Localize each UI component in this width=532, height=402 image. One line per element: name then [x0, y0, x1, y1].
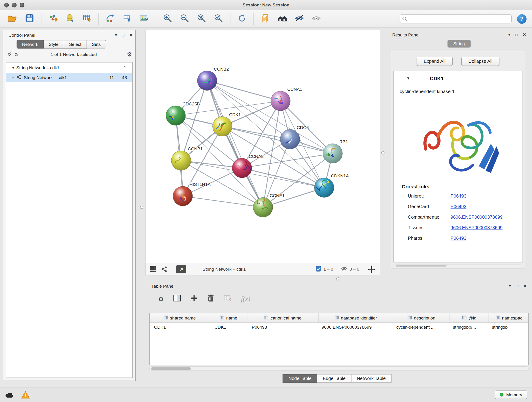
save-session-button[interactable] [23, 12, 36, 26]
network-edge-CCNB2-CCNE1[interactable] [207, 81, 263, 207]
zoom-in-button[interactable] [161, 12, 174, 26]
network-node-CCNB2[interactable] [197, 71, 217, 90]
zoom-out-button[interactable] [178, 12, 191, 26]
column-header-namespace[interactable]: namespac [489, 313, 529, 322]
network-node-RB1[interactable] [323, 144, 342, 163]
warning-icon[interactable] [21, 391, 30, 399]
scrollbar-thumb[interactable] [396, 265, 447, 267]
network-node-CDC25B[interactable] [166, 106, 186, 125]
search-input[interactable] [399, 14, 512, 23]
network-edge-HIST1H1A-CCNE1[interactable] [183, 196, 263, 207]
panel-float-icon[interactable]: □ [516, 284, 518, 288]
panel-close-icon[interactable]: × [129, 32, 133, 38]
hidden-eye-slash-icon[interactable] [341, 266, 348, 272]
column-header-name[interactable]: name [210, 313, 247, 322]
column-header-canonical-name[interactable]: canonical name [247, 313, 319, 322]
column-header-description[interactable]: description [393, 313, 450, 322]
panel-close-icon[interactable]: × [523, 32, 526, 37]
grid-view-icon[interactable] [150, 266, 157, 273]
network-edge-CCNA2-CDKN1A[interactable] [242, 168, 324, 188]
gene-section-header[interactable]: ▼ CDK1 [394, 71, 523, 85]
tree-expand-icon[interactable]: ▼ [9, 66, 16, 70]
panel-float-icon[interactable]: □ [515, 33, 518, 36]
splitter-handle-left[interactable] [140, 206, 143, 209]
open-session-button[interactable] [6, 12, 19, 26]
memory-button[interactable]: Memory [495, 390, 527, 399]
splitter-handle-bottom[interactable] [336, 277, 339, 280]
cell-id[interactable]: stringdb:9... [450, 322, 489, 332]
home-button[interactable] [275, 12, 289, 26]
import-network-database-button[interactable] [63, 12, 76, 26]
cell-namespace[interactable]: stringdb [489, 322, 529, 332]
scrollbar-thumb[interactable] [151, 367, 191, 370]
delete-column-trash-icon[interactable] [207, 294, 215, 303]
show-columns-icon[interactable] [173, 294, 181, 303]
pan-crosshair-icon[interactable] [367, 265, 376, 273]
column-header-id[interactable]: @id [450, 313, 489, 322]
panel-float-icon[interactable]: □ [122, 33, 124, 37]
import-table-button[interactable] [80, 12, 94, 26]
splitter-handle-right[interactable] [381, 151, 384, 154]
panel-menu-icon[interactable]: ▾ [115, 33, 117, 37]
crosslink-link[interactable]: P06493 [451, 236, 467, 241]
panel-menu-icon[interactable]: ▾ [508, 32, 510, 37]
cell-shared-name[interactable]: CDK1 [150, 322, 210, 332]
table-horizontal-scrollbar[interactable] [149, 366, 529, 370]
cell-description[interactable]: cyclin-dependent ... [393, 322, 450, 332]
panel-close-icon[interactable]: × [523, 283, 526, 289]
network-node-label: CCNA2 [249, 154, 264, 159]
navigator-button[interactable]: ↗ [176, 265, 186, 273]
tab-select[interactable]: Select [64, 40, 87, 49]
tab-sets[interactable]: Sets [87, 40, 106, 49]
cell-name[interactable]: CDK1 [210, 322, 247, 332]
network-node-CDC6[interactable] [280, 129, 300, 149]
zoom-fit-button[interactable] [195, 12, 208, 26]
column-header-database-identifier[interactable]: database identifier [319, 313, 393, 322]
network-options-gear-icon[interactable]: ⚙ [127, 51, 132, 58]
import-network-file-button[interactable] [46, 12, 60, 26]
crosslink-link[interactable]: P06493 [451, 204, 467, 209]
tab-style[interactable]: Style [44, 40, 64, 49]
crosslink-link[interactable]: 9606.ENSP00000378699 [451, 215, 503, 220]
selected-checkbox-icon[interactable] [316, 266, 321, 273]
table-settings-gear-icon[interactable]: ⚙ [158, 295, 164, 303]
results-horizontal-scrollbar[interactable] [394, 264, 521, 267]
expand-all-icon[interactable] [14, 52, 18, 57]
share-network-icon[interactable] [161, 266, 167, 272]
network-node-CCNE1[interactable] [253, 198, 273, 217]
crosslink-link[interactable]: 9606.ENSP00000378699 [451, 225, 503, 230]
cell-canonical-name[interactable]: P06493 [247, 322, 319, 332]
help-button[interactable]: ? [517, 14, 526, 23]
network-from-selection-button[interactable] [104, 12, 117, 26]
export-image-button[interactable] [138, 12, 151, 26]
panel-menu-icon[interactable]: ▾ [509, 284, 511, 288]
clone-document-button[interactable] [259, 12, 272, 26]
expand-all-button[interactable]: Expand All [417, 57, 452, 66]
crosslink-link[interactable]: P06493 [451, 193, 467, 198]
collapse-all-icon[interactable] [7, 52, 12, 57]
network-graph[interactable]: CCNB2CCNA1CDC25BCDK1CDC6RB1CCNB1CCNA2CDK… [146, 30, 380, 263]
tab-node-table[interactable]: Node Table [283, 374, 317, 383]
add-column-icon[interactable] [190, 294, 198, 303]
table-row[interactable]: CDK1 CDK1 P06493 9606.ENSP00000378699 cy… [150, 322, 528, 332]
zoom-selected-button[interactable] [212, 12, 225, 26]
refresh-button[interactable] [235, 12, 249, 26]
cloud-status-icon[interactable] [5, 391, 14, 398]
tab-edge-table[interactable]: Edge Table [317, 374, 351, 383]
network-collection-row[interactable]: ▼ String Network – cdk1 1 [6, 63, 133, 73]
table-panel-title: Table Panel [151, 283, 174, 288]
hide-panel-button[interactable] [293, 12, 306, 26]
cell-database-identifier[interactable]: 9606.ENSP00000378699 [319, 322, 393, 332]
network-canvas[interactable]: CCNB2CCNA1CDC25BCDK1CDC6RB1CCNB1CCNA2CDK… [145, 30, 380, 263]
network-row-selected[interactable]: ● String Network – cdk1 11 48 [6, 73, 133, 82]
collapse-all-button[interactable]: Collapse All [461, 57, 500, 66]
tab-string-results[interactable]: String [447, 40, 471, 47]
show-panel-button[interactable] [310, 12, 323, 26]
network-node-CCNB1[interactable] [171, 151, 191, 171]
column-header-shared-name[interactable]: shared name [150, 313, 210, 322]
network-node-CCNA2[interactable] [232, 158, 252, 178]
new-table-button[interactable] [120, 12, 134, 26]
tab-network-table[interactable]: Network Table [351, 374, 392, 383]
section-collapse-icon[interactable]: ▼ [406, 76, 410, 80]
tab-network[interactable]: Network [17, 40, 44, 49]
